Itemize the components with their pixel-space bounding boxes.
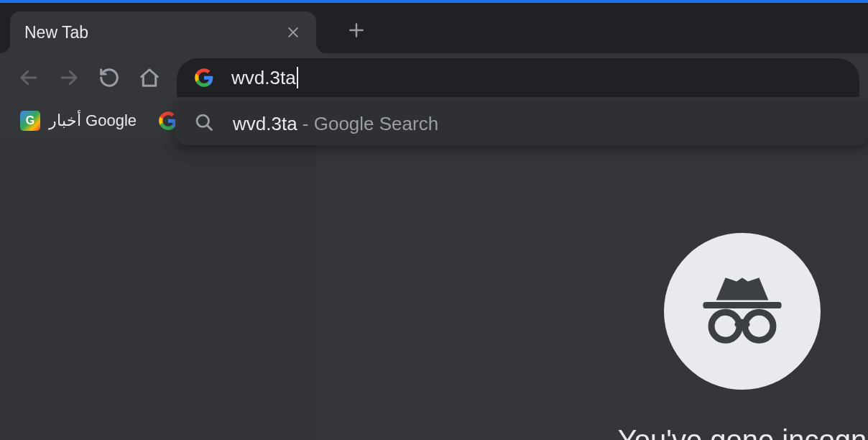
reload-button[interactable] — [93, 62, 125, 93]
suggestion-suffix: - Google Search — [297, 113, 439, 134]
toolbar: wvd.3ta — [0, 53, 868, 102]
close-tab-button[interactable] — [283, 22, 303, 42]
search-icon — [194, 112, 214, 135]
incognito-badge — [664, 233, 821, 390]
reload-icon — [98, 67, 120, 88]
svg-line-7 — [207, 125, 211, 129]
content-area: You've gone incogn — [0, 139, 868, 440]
svg-point-9 — [711, 312, 739, 340]
omnibox[interactable]: wvd.3ta — [177, 58, 859, 97]
nav-forward-button[interactable] — [53, 62, 85, 93]
tab-strip: New Tab — [0, 3, 868, 53]
incognito-heading: You've gone incogn — [617, 424, 868, 440]
new-tab-button[interactable] — [343, 17, 369, 43]
plus-icon — [347, 21, 366, 40]
close-icon — [286, 25, 300, 40]
omnibox-value: wvd.3ta — [231, 67, 296, 89]
home-button[interactable] — [134, 62, 165, 93]
arrow-right-icon — [58, 67, 80, 88]
svg-rect-8 — [703, 302, 781, 308]
suggestion-text: wvd.3ta - Google Search — [233, 113, 438, 135]
incognito-icon — [696, 265, 789, 358]
tab-title: New Tab — [24, 23, 283, 42]
incognito-hero: You've gone incogn — [617, 233, 868, 440]
suggestion-query: wvd.3ta — [233, 113, 297, 134]
active-tab[interactable]: New Tab — [10, 12, 316, 53]
nav-back-button[interactable] — [13, 62, 45, 93]
arrow-left-icon — [18, 67, 40, 88]
omnibox-container: wvd.3ta — [174, 58, 859, 97]
omnibox-text: wvd.3ta — [231, 67, 298, 89]
google-icon — [194, 68, 214, 88]
google-news-favicon: G — [20, 111, 40, 131]
bookmark-google-news[interactable]: G أخبار Google — [13, 106, 144, 135]
bookmark-label: أخبار Google — [49, 111, 137, 130]
suggestion-search[interactable]: wvd.3ta - Google Search — [175, 102, 868, 145]
content-left-panel — [0, 139, 316, 440]
omnibox-suggestions: wvd.3ta - Google Search — [175, 102, 868, 145]
text-cursor — [297, 67, 298, 88]
svg-point-10 — [745, 312, 773, 340]
home-icon — [139, 67, 160, 88]
